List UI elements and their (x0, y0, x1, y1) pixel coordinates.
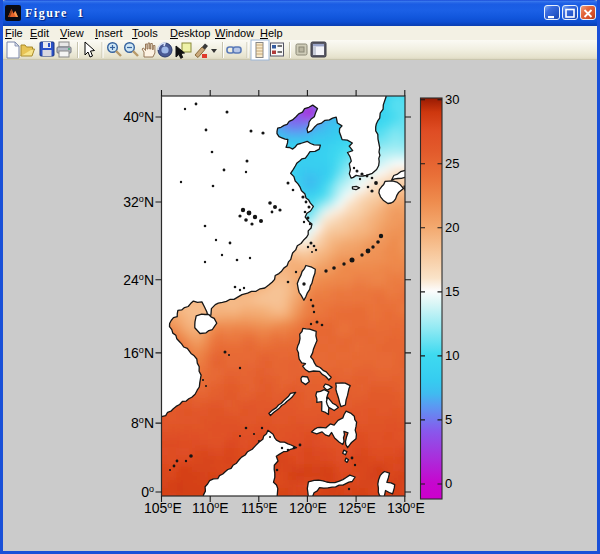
svg-text:120oE: 120oE (289, 500, 327, 516)
svg-text:24oN: 24oN (123, 272, 154, 288)
svg-text:16oN: 16oN (123, 345, 154, 361)
svg-text:15: 15 (445, 284, 459, 299)
svg-text:10: 10 (445, 348, 459, 363)
svg-text:130oE: 130oE (387, 500, 425, 516)
svg-text:0o: 0o (141, 484, 154, 500)
svg-text:5: 5 (445, 412, 452, 427)
svg-text:40oN: 40oN (123, 109, 154, 125)
svg-text:20: 20 (445, 220, 459, 235)
svg-text:105oE: 105oE (144, 500, 182, 516)
svg-text:30: 30 (445, 92, 459, 107)
svg-text:110oE: 110oE (192, 500, 229, 516)
svg-text:32oN: 32oN (123, 194, 154, 210)
svg-text:115oE: 115oE (241, 500, 278, 516)
svg-text:0: 0 (445, 476, 452, 491)
svg-text:8oN: 8oN (131, 415, 154, 431)
svg-text:25: 25 (445, 156, 459, 171)
svg-text:125oE: 125oE (338, 500, 376, 516)
